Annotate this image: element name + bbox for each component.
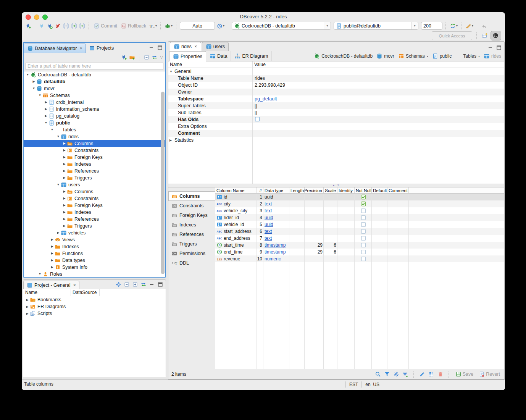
data-type-link[interactable]: uuid (265, 215, 273, 220)
checkbox-unchecked-icon[interactable] (255, 116, 261, 123)
data-type-link[interactable]: text (265, 236, 272, 241)
object-tab-references[interactable]: References (168, 229, 215, 239)
minimize-view-icon[interactable] (149, 281, 155, 288)
expand-arrow-icon[interactable]: ▶ (25, 298, 30, 302)
property-value-link[interactable]: pg_default (255, 96, 277, 102)
tree-item-users[interactable]: ▼users (24, 181, 165, 188)
maximize-editor-icon[interactable] (496, 45, 502, 51)
table-row-start_address[interactable]: ABCstart_address6text (215, 228, 504, 235)
refresh-settings-icon[interactable] (402, 371, 408, 377)
filter-icon[interactable] (384, 371, 390, 377)
close-icon[interactable]: ✕ (194, 45, 197, 48)
locale-indicator[interactable]: en_US (362, 381, 383, 388)
tree-item-views[interactable]: ▶Views (24, 236, 165, 243)
tree-item-triggers[interactable]: ▶Triggers (24, 174, 165, 181)
collapse-arrow-icon[interactable]: ▼ (25, 73, 30, 76)
grid-header-precision[interactable]: Precision (305, 187, 324, 193)
project-item-er-diagrams[interactable]: ▶ER Diagrams (23, 303, 166, 310)
rollback-button[interactable]: Rollback (119, 23, 147, 29)
checkbox-unchecked-icon[interactable] (361, 222, 366, 227)
expand-arrow-icon[interactable]: ▶ (50, 238, 55, 241)
expand-arrow-icon[interactable]: ▶ (50, 258, 55, 262)
sql-editor-icon[interactable] (71, 23, 77, 29)
connection-combo[interactable]: CockroachDB - defaultdb ▼ (232, 22, 331, 30)
checkbox-checked-icon[interactable] (361, 194, 366, 200)
new-sql-editor-icon[interactable] (79, 23, 86, 29)
disconnect-icon[interactable] (55, 23, 61, 29)
schema-combo-arrow[interactable]: ▼ (411, 22, 418, 29)
expand-arrow-icon[interactable]: ▶ (62, 162, 67, 166)
tree-item-functions[interactable]: ▶Functions (24, 250, 165, 257)
table-row-start_time[interactable]: start_time8timestamp296 (215, 242, 504, 249)
expand-arrow-icon[interactable]: ▶ (31, 80, 36, 83)
collapse-all-icon[interactable] (144, 54, 150, 60)
table-row-city[interactable]: ABCcity2text (215, 200, 504, 207)
expand-arrow-icon[interactable]: ▶ (50, 252, 55, 255)
tab-project-general[interactable]: Project - General ✕ (23, 281, 79, 289)
property-row-statistics[interactable]: ▶Statistics (168, 137, 504, 144)
tree-item-crdb-internal[interactable]: ▶crdb_internal (24, 99, 165, 106)
fetch-size-input[interactable] (421, 22, 442, 30)
expand-arrow-icon[interactable]: ▶ (25, 312, 30, 315)
tree-item-movr[interactable]: ▼movr (24, 85, 165, 92)
commit-mode-combo[interactable]: Auto (180, 22, 215, 30)
link-with-editor-icon[interactable] (140, 281, 147, 288)
breadcrumb-item-rides[interactable]: rides (484, 53, 501, 59)
new-connection-icon[interactable] (25, 23, 32, 29)
tab-database-navigator[interactable]: Database Navigator ✕ (24, 44, 86, 53)
tab-projects[interactable]: Projects (86, 44, 117, 53)
data-type-link[interactable]: uuid (265, 222, 273, 227)
tree-item-indexes[interactable]: ▶Indexes (24, 243, 165, 250)
expand-arrow-icon[interactable]: ▶ (50, 245, 55, 248)
table-row-vehicle_id[interactable]: vehicle_id5uuid (215, 221, 504, 228)
table-row-rider_id[interactable]: rider_id4uuid (215, 214, 504, 221)
tree-item-references[interactable]: ▶References (24, 168, 165, 174)
breadcrumb-item-movr[interactable]: movr (376, 53, 394, 59)
tree-item-roles[interactable]: ▼Roles (24, 271, 165, 277)
splitter-sash[interactable]: ▲ ▼ (168, 184, 504, 187)
collapse-arrow-icon[interactable]: ▼ (169, 70, 174, 73)
connect-icon[interactable] (39, 23, 45, 29)
grid-header-comment[interactable]: Comment (387, 187, 409, 193)
debug-button[interactable]: ▾ (164, 23, 173, 29)
object-tab-foreign-keys[interactable]: Foreign Keys (168, 210, 215, 220)
refresh-button[interactable]: ▾ (449, 23, 458, 29)
checkbox-unchecked-icon[interactable] (361, 256, 366, 262)
commit-button[interactable]: Commit (92, 23, 118, 29)
tree-item-public[interactable]: ▼public (24, 120, 165, 126)
table-row-revenue[interactable]: 123revenue10numeric (215, 255, 504, 262)
tree-item-indexes[interactable]: ▶Indexes (24, 161, 165, 168)
tree-item-cockroachdb-defaultdb[interactable]: ▼CockroachDB - defaultdb (24, 71, 165, 78)
schema-combo[interactable]: public@defaultdb ▼ (334, 22, 418, 30)
expand-arrow-icon[interactable]: ▶ (56, 231, 61, 234)
query-history-button[interactable]: ▾ (216, 23, 225, 29)
grid-header--[interactable]: # (257, 187, 263, 193)
property-row-super-tables[interactable]: Super Tables[] (168, 102, 504, 109)
grid-header-scale[interactable]: Scale (324, 187, 337, 193)
expand-all-icon[interactable] (132, 281, 138, 288)
property-row-sub-tables[interactable]: Sub Tables[] (168, 109, 504, 116)
data-type-link[interactable]: timestamp (265, 249, 286, 255)
data-type-link[interactable]: uuid (265, 194, 273, 200)
editor-tab-rides[interactable]: rides✕ (170, 42, 201, 51)
tree-item-constraints[interactable]: ▶Constraints (24, 195, 165, 202)
expand-arrow-icon[interactable]: ▶ (44, 107, 48, 111)
connection-combo-arrow[interactable]: ▼ (324, 22, 331, 29)
project-item-bookmarks[interactable]: ▶Bookmarks (23, 296, 166, 303)
expand-arrow-icon[interactable]: ▶ (62, 190, 67, 193)
close-icon[interactable]: ✕ (79, 47, 82, 50)
object-tab-constraints[interactable]: Constraints (168, 201, 215, 210)
new-project-folder-icon[interactable] (129, 54, 135, 60)
expand-arrow-icon[interactable]: ▶ (62, 217, 67, 221)
property-row-tablespace[interactable]: Tablespacepg_default (168, 95, 504, 102)
close-icon[interactable]: ✕ (73, 283, 76, 287)
data-type-link[interactable]: text (265, 201, 272, 207)
tree-item-system-info[interactable]: ▶System Info (24, 264, 165, 271)
data-type-link[interactable]: text (265, 208, 272, 213)
maximize-view-icon[interactable] (157, 45, 163, 51)
tree-item-information-schema[interactable]: ▶information_schema (24, 106, 165, 113)
search-icon[interactable] (375, 371, 381, 377)
project-item-scripts[interactable]: ▶Scripts (23, 310, 166, 317)
chevron-down-icon[interactable]: ▾ (427, 55, 428, 58)
subtab-properties[interactable]: Properties (169, 51, 206, 61)
